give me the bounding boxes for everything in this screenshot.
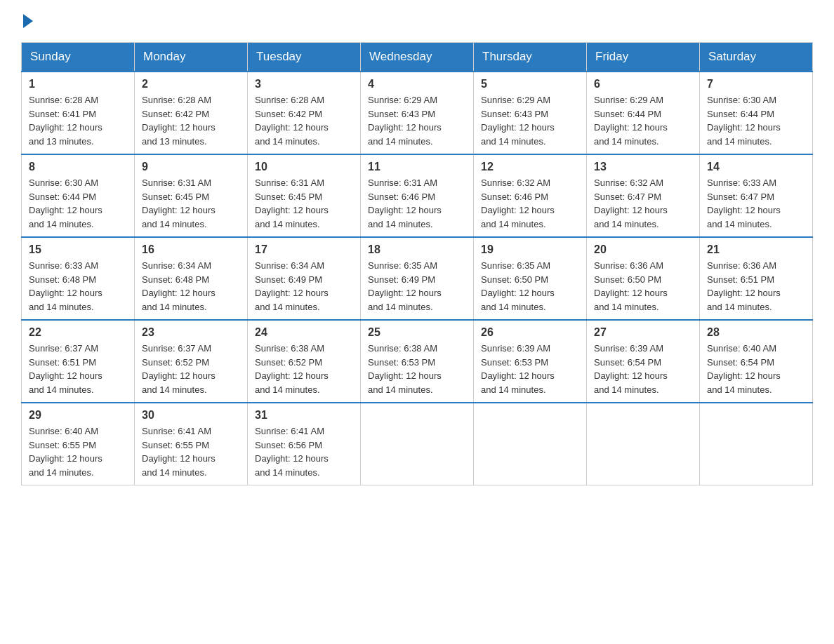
calendar-cell: 18Sunrise: 6:35 AMSunset: 6:49 PMDayligh… xyxy=(361,237,474,320)
day-info: Sunrise: 6:29 AMSunset: 6:43 PMDaylight:… xyxy=(481,93,579,148)
day-number: 16 xyxy=(142,243,240,256)
day-info: Sunrise: 6:29 AMSunset: 6:43 PMDaylight:… xyxy=(368,93,466,148)
day-info: Sunrise: 6:35 AMSunset: 6:49 PMDaylight:… xyxy=(368,259,466,314)
day-info: Sunrise: 6:39 AMSunset: 6:54 PMDaylight:… xyxy=(594,342,692,396)
calendar-header-saturday: Saturday xyxy=(700,43,813,72)
day-number: 11 xyxy=(368,161,466,173)
calendar-header-sunday: Sunday xyxy=(22,43,135,72)
day-number: 22 xyxy=(29,326,127,339)
calendar-cell: 12Sunrise: 6:32 AMSunset: 6:46 PMDayligh… xyxy=(474,154,587,237)
calendar-cell: 20Sunrise: 6:36 AMSunset: 6:50 PMDayligh… xyxy=(587,237,700,320)
day-info: Sunrise: 6:41 AMSunset: 6:56 PMDaylight:… xyxy=(255,424,353,479)
day-info: Sunrise: 6:30 AMSunset: 6:44 PMDaylight:… xyxy=(29,176,127,231)
day-number: 30 xyxy=(142,409,240,422)
day-number: 19 xyxy=(481,243,579,256)
day-info: Sunrise: 6:29 AMSunset: 6:44 PMDaylight:… xyxy=(594,93,692,148)
day-info: Sunrise: 6:33 AMSunset: 6:47 PMDaylight:… xyxy=(707,176,805,231)
calendar-week-3: 15Sunrise: 6:33 AMSunset: 6:48 PMDayligh… xyxy=(22,237,813,320)
day-number: 17 xyxy=(255,243,353,256)
calendar-cell xyxy=(587,403,700,485)
logo-arrow-icon xyxy=(23,14,33,28)
calendar-cell: 2Sunrise: 6:28 AMSunset: 6:42 PMDaylight… xyxy=(135,72,248,154)
day-number: 24 xyxy=(255,326,353,339)
logo-blue-part xyxy=(21,14,34,28)
day-info: Sunrise: 6:36 AMSunset: 6:51 PMDaylight:… xyxy=(707,259,805,314)
calendar-cell: 11Sunrise: 6:31 AMSunset: 6:46 PMDayligh… xyxy=(361,154,474,237)
calendar-cell: 16Sunrise: 6:34 AMSunset: 6:48 PMDayligh… xyxy=(135,237,248,320)
day-number: 15 xyxy=(29,243,127,256)
day-info: Sunrise: 6:28 AMSunset: 6:42 PMDaylight:… xyxy=(142,93,240,148)
day-info: Sunrise: 6:38 AMSunset: 6:53 PMDaylight:… xyxy=(368,342,466,396)
day-number: 4 xyxy=(368,78,466,90)
day-info: Sunrise: 6:41 AMSunset: 6:55 PMDaylight:… xyxy=(142,424,240,479)
calendar-cell: 7Sunrise: 6:30 AMSunset: 6:44 PMDaylight… xyxy=(700,72,813,154)
day-number: 5 xyxy=(481,78,579,90)
day-info: Sunrise: 6:31 AMSunset: 6:45 PMDaylight:… xyxy=(255,176,353,231)
calendar-cell: 15Sunrise: 6:33 AMSunset: 6:48 PMDayligh… xyxy=(22,237,135,320)
day-number: 8 xyxy=(29,161,127,173)
day-number: 23 xyxy=(142,326,240,339)
calendar-header-tuesday: Tuesday xyxy=(248,43,361,72)
day-info: Sunrise: 6:38 AMSunset: 6:52 PMDaylight:… xyxy=(255,342,353,396)
day-info: Sunrise: 6:28 AMSunset: 6:41 PMDaylight:… xyxy=(29,93,127,148)
day-number: 1 xyxy=(29,78,127,90)
calendar-header-thursday: Thursday xyxy=(474,43,587,72)
day-number: 9 xyxy=(142,161,240,173)
calendar-cell xyxy=(474,403,587,485)
day-info: Sunrise: 6:34 AMSunset: 6:49 PMDaylight:… xyxy=(255,259,353,314)
calendar-cell: 9Sunrise: 6:31 AMSunset: 6:45 PMDaylight… xyxy=(135,154,248,237)
calendar-cell: 26Sunrise: 6:39 AMSunset: 6:53 PMDayligh… xyxy=(474,320,587,403)
calendar-week-5: 29Sunrise: 6:40 AMSunset: 6:55 PMDayligh… xyxy=(22,403,813,485)
day-number: 31 xyxy=(255,409,353,422)
calendar-cell: 8Sunrise: 6:30 AMSunset: 6:44 PMDaylight… xyxy=(22,154,135,237)
calendar-cell: 3Sunrise: 6:28 AMSunset: 6:42 PMDaylight… xyxy=(248,72,361,154)
calendar-cell: 19Sunrise: 6:35 AMSunset: 6:50 PMDayligh… xyxy=(474,237,587,320)
logo xyxy=(21,14,34,28)
calendar-cell: 10Sunrise: 6:31 AMSunset: 6:45 PMDayligh… xyxy=(248,154,361,237)
day-number: 27 xyxy=(594,326,692,339)
calendar-cell: 4Sunrise: 6:29 AMSunset: 6:43 PMDaylight… xyxy=(361,72,474,154)
calendar-header-wednesday: Wednesday xyxy=(361,43,474,72)
calendar-cell: 31Sunrise: 6:41 AMSunset: 6:56 PMDayligh… xyxy=(248,403,361,485)
calendar-cell: 13Sunrise: 6:32 AMSunset: 6:47 PMDayligh… xyxy=(587,154,700,237)
day-number: 12 xyxy=(481,161,579,173)
day-number: 28 xyxy=(707,326,805,339)
calendar-cell: 30Sunrise: 6:41 AMSunset: 6:55 PMDayligh… xyxy=(135,403,248,485)
day-number: 29 xyxy=(29,409,127,422)
calendar-cell xyxy=(700,403,813,485)
day-number: 13 xyxy=(594,161,692,173)
day-number: 21 xyxy=(707,243,805,256)
day-info: Sunrise: 6:39 AMSunset: 6:53 PMDaylight:… xyxy=(481,342,579,396)
calendar-cell: 24Sunrise: 6:38 AMSunset: 6:52 PMDayligh… xyxy=(248,320,361,403)
day-number: 25 xyxy=(368,326,466,339)
day-number: 10 xyxy=(255,161,353,173)
calendar-cell: 25Sunrise: 6:38 AMSunset: 6:53 PMDayligh… xyxy=(361,320,474,403)
calendar-cell: 17Sunrise: 6:34 AMSunset: 6:49 PMDayligh… xyxy=(248,237,361,320)
calendar-week-4: 22Sunrise: 6:37 AMSunset: 6:51 PMDayligh… xyxy=(22,320,813,403)
day-info: Sunrise: 6:40 AMSunset: 6:54 PMDaylight:… xyxy=(707,342,805,396)
day-number: 18 xyxy=(368,243,466,256)
day-number: 6 xyxy=(594,78,692,90)
day-info: Sunrise: 6:34 AMSunset: 6:48 PMDaylight:… xyxy=(142,259,240,314)
calendar-cell: 1Sunrise: 6:28 AMSunset: 6:41 PMDaylight… xyxy=(22,72,135,154)
calendar-cell xyxy=(361,403,474,485)
calendar-week-1: 1Sunrise: 6:28 AMSunset: 6:41 PMDaylight… xyxy=(22,72,813,154)
day-info: Sunrise: 6:37 AMSunset: 6:51 PMDaylight:… xyxy=(29,342,127,396)
day-info: Sunrise: 6:32 AMSunset: 6:47 PMDaylight:… xyxy=(594,176,692,231)
day-info: Sunrise: 6:37 AMSunset: 6:52 PMDaylight:… xyxy=(142,342,240,396)
day-number: 14 xyxy=(707,161,805,173)
calendar-cell: 28Sunrise: 6:40 AMSunset: 6:54 PMDayligh… xyxy=(700,320,813,403)
calendar-cell: 23Sunrise: 6:37 AMSunset: 6:52 PMDayligh… xyxy=(135,320,248,403)
day-number: 20 xyxy=(594,243,692,256)
day-info: Sunrise: 6:28 AMSunset: 6:42 PMDaylight:… xyxy=(255,93,353,148)
day-info: Sunrise: 6:31 AMSunset: 6:45 PMDaylight:… xyxy=(142,176,240,231)
day-info: Sunrise: 6:32 AMSunset: 6:46 PMDaylight:… xyxy=(481,176,579,231)
calendar-header-monday: Monday xyxy=(135,43,248,72)
day-info: Sunrise: 6:31 AMSunset: 6:46 PMDaylight:… xyxy=(368,176,466,231)
calendar-cell: 5Sunrise: 6:29 AMSunset: 6:43 PMDaylight… xyxy=(474,72,587,154)
page-header xyxy=(21,14,813,28)
calendar-cell: 27Sunrise: 6:39 AMSunset: 6:54 PMDayligh… xyxy=(587,320,700,403)
day-info: Sunrise: 6:33 AMSunset: 6:48 PMDaylight:… xyxy=(29,259,127,314)
calendar-week-2: 8Sunrise: 6:30 AMSunset: 6:44 PMDaylight… xyxy=(22,154,813,237)
calendar-header-friday: Friday xyxy=(587,43,700,72)
